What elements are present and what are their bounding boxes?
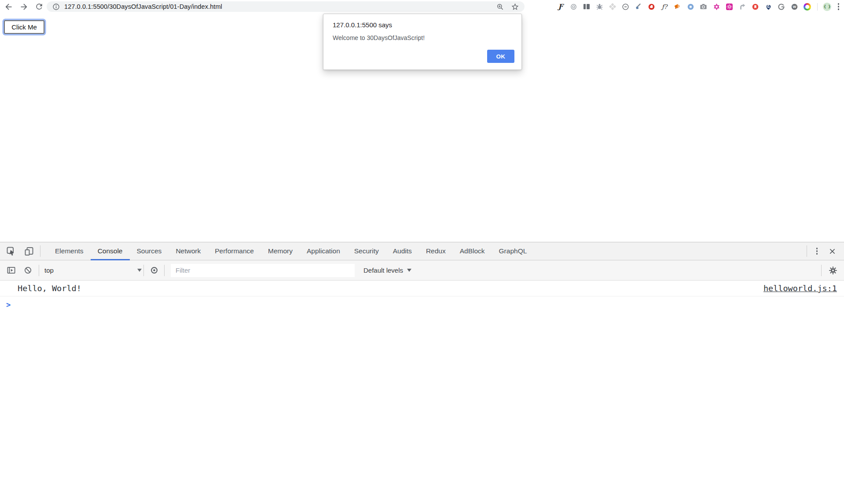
pink-settings-extension-icon[interactable] [725, 3, 734, 11]
address-bar[interactable]: 127.0.0.1:5500/30DaysOfJavaScript/01-Day… [47, 1, 525, 12]
inspect-element-icon[interactable] [6, 246, 16, 256]
bug-extension-icon[interactable] [595, 3, 604, 11]
console-sidebar-toggle-icon[interactable] [6, 265, 16, 276]
tab-memory[interactable]: Memory [261, 242, 300, 260]
tab-application[interactable]: Application [300, 242, 347, 260]
tab-sources[interactable]: Sources [130, 242, 169, 260]
tab-elements[interactable]: Elements [48, 242, 91, 260]
devtools-tab-bar: Elements Console Sources Network Perform… [0, 242, 844, 260]
json-viewer-extension-icon[interactable] [686, 3, 695, 11]
console-toolbar: top Default levels [0, 260, 844, 281]
fonts-ninja-extension-icon[interactable]: Ƒ [557, 3, 565, 11]
hexagram-extension-icon[interactable] [712, 3, 721, 11]
alert-dialog: 127.0.0.1:5500 says Welcome to 30DaysOfJ… [323, 14, 522, 70]
circle-w-extension-icon[interactable]: W [790, 3, 799, 11]
zoom-icon[interactable] [496, 3, 504, 11]
devtools-menu-icon[interactable] [815, 248, 819, 254]
alert-ok-button[interactable]: OK [487, 50, 514, 63]
tab-graphql[interactable]: GraphQL [492, 242, 534, 260]
heart-search-extension-icon[interactable] [764, 3, 773, 11]
chevron-down-icon [137, 269, 142, 272]
lens-extension-icon[interactable] [569, 3, 578, 11]
megaphone-extension-icon[interactable] [673, 3, 682, 11]
chevron-down-icon [407, 269, 411, 272]
console-settings-gear-icon[interactable] [828, 265, 838, 276]
mood-face-extension-icon[interactable] [621, 3, 630, 11]
circle-g-extension-icon[interactable] [777, 3, 785, 11]
tab-network[interactable]: Network [169, 242, 208, 260]
browser-menu-icon[interactable] [836, 3, 841, 10]
svg-text:W: W [793, 5, 796, 9]
click-me-button[interactable]: Click Me [4, 20, 44, 34]
tab-adblock[interactable]: AdBlock [453, 242, 492, 260]
screenshot-camera-extension-icon[interactable] [699, 3, 708, 11]
back-button[interactable] [4, 2, 13, 11]
tab-console[interactable]: Console [91, 242, 130, 260]
console-message-text: Hello, World! [18, 284, 763, 293]
stop-hand-extension-icon[interactable] [647, 3, 656, 11]
default-levels-dropdown[interactable]: Default levels [363, 267, 411, 274]
console-prompt-row[interactable]: > [0, 296, 844, 313]
device-toolbar-icon[interactable] [24, 246, 34, 256]
console-source-link[interactable]: helloworld.js:1 [763, 284, 837, 293]
clear-console-icon[interactable] [22, 265, 33, 276]
forward-button[interactable] [19, 2, 29, 11]
color-picker-extension-icon[interactable] [635, 3, 643, 11]
console-log-row: Hello, World! helloworld.js:1 [0, 281, 844, 296]
json-formatter-extension-icon[interactable]: { } [823, 3, 831, 11]
context-label: top [44, 267, 54, 274]
alert-dialog-message: Welcome to 30DaysOfJavaScript! [333, 34, 425, 41]
bent-arrow-extension-icon[interactable] [738, 3, 747, 11]
function-question-extension-icon[interactable]: ƒ? [661, 3, 669, 11]
split-panels-extension-icon[interactable] [583, 3, 591, 11]
extensions-divider [817, 3, 818, 11]
alert-dialog-title: 127.0.0.1:5500 says [333, 21, 392, 29]
color-wheel-extension-icon[interactable] [803, 3, 811, 11]
console-filter-input[interactable] [171, 264, 355, 277]
knot-extension-icon[interactable] [609, 3, 617, 11]
tab-security[interactable]: Security [347, 242, 386, 260]
extensions-area: Ƒ [528, 0, 844, 13]
devtools-tabs: Elements Console Sources Network Perform… [48, 242, 534, 260]
tab-redux[interactable]: Redux [419, 242, 453, 260]
console-prompt-chevron: > [6, 300, 11, 309]
default-levels-label: Default levels [363, 267, 403, 274]
live-expression-eye-icon[interactable] [149, 265, 159, 276]
browser-toolbar: 127.0.0.1:5500/30DaysOfJavaScript/01-Day… [0, 0, 844, 13]
url-text[interactable]: 127.0.0.1:5500/30DaysOfJavaScript/01-Day… [64, 3, 496, 10]
tab-audits[interactable]: Audits [386, 242, 419, 260]
devtools-close-icon[interactable] [827, 246, 837, 256]
execution-context-selector[interactable]: top [39, 267, 143, 274]
site-info-icon[interactable] [52, 3, 60, 11]
bookmark-star-icon[interactable] [511, 3, 519, 11]
devtools-panel: Elements Console Sources Network Perform… [0, 242, 844, 504]
reload-button[interactable] [34, 2, 44, 11]
bookmark-circle-extension-icon[interactable] [751, 3, 760, 11]
tab-performance[interactable]: Performance [208, 242, 261, 260]
